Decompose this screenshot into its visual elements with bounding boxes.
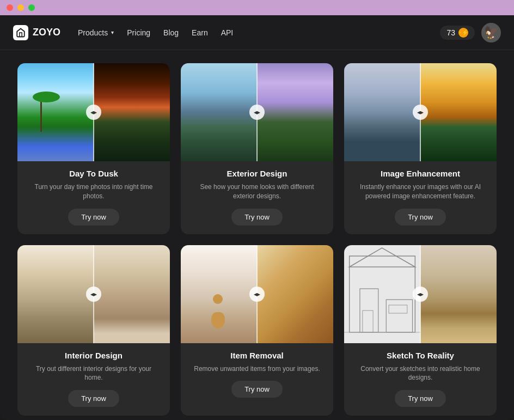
close-button[interactable] <box>7 4 13 11</box>
card-desc-item-removal: Remove unwanted items from your images. <box>194 364 320 374</box>
navbar: ZOYO Products ▾ Pricing Blog Earn API 73 <box>0 15 514 50</box>
svg-rect-2 <box>350 256 415 332</box>
watermark: © THESOFTWARE .SHOP <box>17 416 497 420</box>
card-body-item-removal: Item Removal Remove unwanted items from … <box>181 343 333 407</box>
card-title-day-to-dusk: Day To Dusk <box>69 169 118 178</box>
nav-api[interactable]: API <box>221 28 234 37</box>
split-handle[interactable]: ◂▸ <box>86 105 101 120</box>
image-before-enhancement <box>344 63 420 161</box>
content-area: ◂▸ Day To Dusk Turn your day time photos… <box>0 50 514 420</box>
card-desc-exterior-design: See how your home looks with different e… <box>189 182 325 201</box>
image-before-exterior <box>181 63 257 161</box>
image-after-item-removal <box>257 245 333 343</box>
svg-rect-8 <box>389 305 407 313</box>
image-before-sketch <box>344 245 420 343</box>
image-after-exterior <box>257 63 333 161</box>
try-now-button-item-removal[interactable]: Try now <box>231 381 283 398</box>
card-exterior-design: ◂▸ Exterior Design See how your home loo… <box>181 63 333 234</box>
logo-icon <box>13 25 28 40</box>
image-before-interior <box>17 245 94 343</box>
image-after-dusk <box>94 63 170 161</box>
card-day-to-dusk: ◂▸ Day To Dusk Turn your day time photos… <box>17 63 170 234</box>
logo-text: ZOYO <box>33 27 60 38</box>
card-title-image-enhancement: Image Enhancement <box>381 169 460 178</box>
svg-rect-7 <box>363 311 373 332</box>
nav-pricing[interactable]: Pricing <box>127 28 150 37</box>
card-image-exterior-design: ◂▸ <box>181 63 333 161</box>
app-window: ZOYO Products ▾ Pricing Blog Earn API 73 <box>0 15 514 420</box>
nav-earn[interactable]: Earn <box>192 28 208 37</box>
card-body-day-to-dusk: Day To Dusk Turn your day time photos in… <box>17 161 170 234</box>
user-avatar-icon: 🦅 <box>484 26 499 40</box>
nav-right: 73 ⚡ ⚡ 🦅 <box>440 23 501 42</box>
avatar[interactable]: 🦅 <box>481 23 501 42</box>
credits-count: 73 <box>446 28 455 37</box>
card-desc-sketch-to-reality: Convert your sketches into realistic hom… <box>353 364 488 383</box>
card-image-enhancement: ◂▸ Image Enhancement Instantly enhance y… <box>344 63 497 234</box>
card-image-item-removal: ◂▸ <box>181 245 333 343</box>
image-after-enhancement <box>420 63 497 161</box>
svg-marker-5 <box>350 248 415 267</box>
card-interior-design: ◂▸ Interior Design Try out different int… <box>17 245 170 416</box>
image-after-interior <box>94 245 170 343</box>
card-title-exterior-design: Exterior Design <box>227 169 287 178</box>
credits-icon: ⚡ ⚡ <box>458 28 468 38</box>
nav-links: Products ▾ Pricing Blog Earn API <box>78 28 423 37</box>
card-title-item-removal: Item Removal <box>230 351 284 360</box>
svg-rect-4 <box>386 300 412 332</box>
image-before-item-removal <box>181 245 257 343</box>
card-image-interior-design: ◂▸ <box>17 245 170 343</box>
split-handle-enhancement[interactable]: ◂▸ <box>413 105 428 120</box>
credits-badge[interactable]: 73 ⚡ ⚡ <box>440 26 475 40</box>
card-body-image-enhancement: Image Enhancement Instantly enhance your… <box>344 161 497 234</box>
minimize-button[interactable] <box>17 4 24 11</box>
nav-blog[interactable]: Blog <box>163 28 179 37</box>
card-sketch-to-reality: ◂▸ Sketch To Reality Convert your sketch… <box>344 245 497 416</box>
card-title-sketch-to-reality: Sketch To Reality <box>387 351 454 360</box>
cards-grid: ◂▸ Day To Dusk Turn your day time photos… <box>17 63 497 416</box>
try-now-button-image-enhancement[interactable]: Try now <box>395 209 446 226</box>
card-body-sketch-to-reality: Sketch To Reality Convert your sketches … <box>344 343 497 416</box>
try-now-button-sketch-to-reality[interactable]: Try now <box>395 390 446 407</box>
card-image-sketch-to-reality: ◂▸ <box>344 245 497 343</box>
split-handle-exterior[interactable]: ◂▸ <box>249 105 265 120</box>
card-image-enhancement-img: ◂▸ <box>344 63 497 161</box>
split-handle-interior[interactable]: ◂▸ <box>86 287 101 302</box>
chevron-down-icon: ▾ <box>111 29 114 35</box>
titlebar <box>0 0 514 15</box>
image-after-sketch <box>420 245 497 343</box>
maximize-button[interactable] <box>28 4 35 11</box>
card-item-removal: ◂▸ Item Removal Remove unwanted items fr… <box>181 245 333 416</box>
card-desc-day-to-dusk: Turn your day time photos into night tim… <box>26 182 161 201</box>
card-body-exterior-design: Exterior Design See how your home looks … <box>181 161 333 234</box>
logo[interactable]: ZOYO <box>13 25 60 40</box>
split-handle-item-removal[interactable]: ◂▸ <box>249 287 265 302</box>
card-image-day-to-dusk: ◂▸ <box>17 63 170 161</box>
card-desc-interior-design: Try out different interior designs for y… <box>26 364 161 383</box>
card-desc-image-enhancement: Instantly enhance your images with our A… <box>353 182 488 201</box>
try-now-button-exterior-design[interactable]: Try now <box>231 209 283 226</box>
card-title-interior-design: Interior Design <box>65 351 123 360</box>
image-before-day <box>17 63 94 161</box>
nav-products[interactable]: Products ▾ <box>78 28 114 37</box>
card-body-interior-design: Interior Design Try out different interi… <box>17 343 170 416</box>
split-handle-sketch[interactable]: ◂▸ <box>413 287 428 302</box>
try-now-button-day-to-dusk[interactable]: Try now <box>68 209 119 226</box>
try-now-button-interior-design[interactable]: Try now <box>68 390 119 407</box>
